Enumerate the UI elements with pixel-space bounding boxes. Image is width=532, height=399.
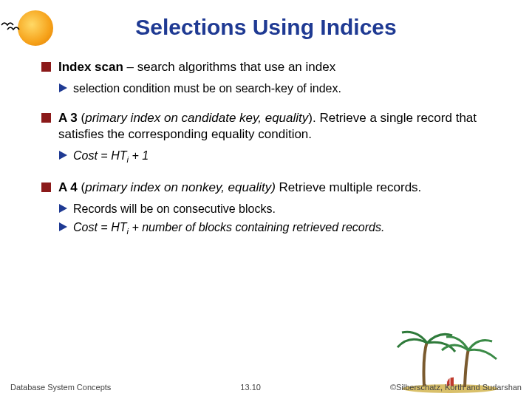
triangle-bullet-icon [59,204,67,213]
bullet-level-2: selection condition must be on search-ke… [59,81,497,97]
bullet-text: Index scan – search algorithms that use … [58,59,497,76]
square-bullet-icon [41,183,51,192]
sub-bullet-text: Cost = HTi + 1 [73,148,497,166]
bullet-level-2: Records will be on consecutive blocks. [59,201,497,217]
triangle-bullet-icon [59,83,67,92]
birds-decor [0,19,30,34]
triangle-bullet-icon [59,151,67,160]
bullet-text: A 4 (primary index on nonkey, equality) … [58,180,497,197]
footer-right: ©Silberschatz, Korth and Sudarshan [390,383,522,392]
bullet-text: A 3 (primary index on candidate key, equ… [58,110,497,144]
bullet-level-1: Index scan – search algorithms that use … [41,59,497,76]
square-bullet-icon [41,62,51,72]
footer: Database System Concepts 13.10 ©Silbersc… [0,383,532,392]
bullet-level-1: A 3 (primary index on candidate key, equ… [41,110,497,144]
slide-title: Selections Using Indices [0,0,532,40]
bullet-level-2: Cost = HTi + number of blocks containing… [59,219,497,237]
footer-center: 13.10 [240,383,261,392]
bullet-level-1: A 4 (primary index on nonkey, equality) … [41,180,497,197]
slide-body: Index scan – search algorithms that use … [0,40,532,238]
sub-bullet-text: Records will be on consecutive blocks. [73,201,497,217]
triangle-bullet-icon [59,222,67,231]
square-bullet-icon [41,113,51,123]
sub-bullet-text: Cost = HTi + number of blocks containing… [73,219,497,237]
footer-left: Database System Concepts [10,383,111,392]
sub-bullet-text: selection condition must be on search-ke… [73,81,497,97]
bullet-level-2: Cost = HTi + 1 [59,148,497,166]
